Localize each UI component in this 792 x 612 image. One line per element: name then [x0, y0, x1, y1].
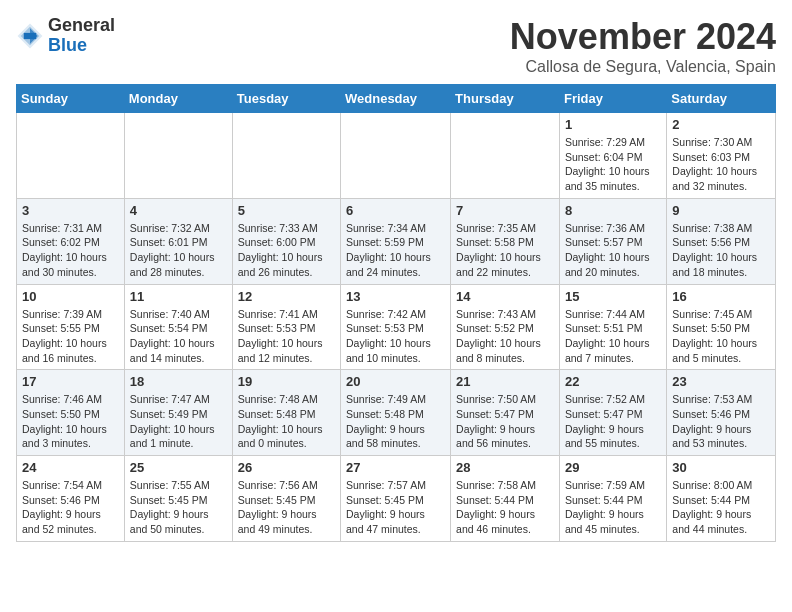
day-number: 27 — [346, 460, 445, 475]
day-number: 1 — [565, 117, 661, 132]
weekday-header-saturday: Saturday — [667, 85, 776, 113]
logo-general: General — [48, 16, 115, 36]
day-info: Sunrise: 7:57 AMSunset: 5:45 PMDaylight:… — [346, 478, 445, 537]
logo-text: General Blue — [48, 16, 115, 56]
day-info: Sunrise: 7:53 AMSunset: 5:46 PMDaylight:… — [672, 392, 770, 451]
day-number: 17 — [22, 374, 119, 389]
day-number: 21 — [456, 374, 554, 389]
calendar-cell: 23Sunrise: 7:53 AMSunset: 5:46 PMDayligh… — [667, 370, 776, 456]
day-number: 16 — [672, 289, 770, 304]
day-number: 13 — [346, 289, 445, 304]
calendar-cell: 8Sunrise: 7:36 AMSunset: 5:57 PMDaylight… — [559, 198, 666, 284]
day-info: Sunrise: 7:31 AMSunset: 6:02 PMDaylight:… — [22, 221, 119, 280]
day-number: 25 — [130, 460, 227, 475]
page-header: General Blue November 2024 Callosa de Se… — [16, 16, 776, 76]
weekday-header-wednesday: Wednesday — [341, 85, 451, 113]
calendar-cell: 5Sunrise: 7:33 AMSunset: 6:00 PMDaylight… — [232, 198, 340, 284]
day-number: 18 — [130, 374, 227, 389]
calendar-cell: 27Sunrise: 7:57 AMSunset: 5:45 PMDayligh… — [341, 456, 451, 542]
calendar-cell: 20Sunrise: 7:49 AMSunset: 5:48 PMDayligh… — [341, 370, 451, 456]
day-info: Sunrise: 8:00 AMSunset: 5:44 PMDaylight:… — [672, 478, 770, 537]
calendar-cell — [232, 113, 340, 199]
title-block: November 2024 Callosa de Segura, Valenci… — [510, 16, 776, 76]
day-info: Sunrise: 7:50 AMSunset: 5:47 PMDaylight:… — [456, 392, 554, 451]
day-info: Sunrise: 7:54 AMSunset: 5:46 PMDaylight:… — [22, 478, 119, 537]
day-info: Sunrise: 7:41 AMSunset: 5:53 PMDaylight:… — [238, 307, 335, 366]
logo: General Blue — [16, 16, 115, 56]
day-info: Sunrise: 7:43 AMSunset: 5:52 PMDaylight:… — [456, 307, 554, 366]
day-number: 14 — [456, 289, 554, 304]
weekday-header-friday: Friday — [559, 85, 666, 113]
day-number: 5 — [238, 203, 335, 218]
calendar-body: 1Sunrise: 7:29 AMSunset: 6:04 PMDaylight… — [17, 113, 776, 542]
day-number: 19 — [238, 374, 335, 389]
day-number: 8 — [565, 203, 661, 218]
calendar-cell: 2Sunrise: 7:30 AMSunset: 6:03 PMDaylight… — [667, 113, 776, 199]
calendar-cell: 16Sunrise: 7:45 AMSunset: 5:50 PMDayligh… — [667, 284, 776, 370]
calendar-cell: 25Sunrise: 7:55 AMSunset: 5:45 PMDayligh… — [124, 456, 232, 542]
calendar-cell: 1Sunrise: 7:29 AMSunset: 6:04 PMDaylight… — [559, 113, 666, 199]
month-title: November 2024 — [510, 16, 776, 58]
day-number: 4 — [130, 203, 227, 218]
day-info: Sunrise: 7:49 AMSunset: 5:48 PMDaylight:… — [346, 392, 445, 451]
day-number: 15 — [565, 289, 661, 304]
calendar-cell — [17, 113, 125, 199]
calendar-cell — [124, 113, 232, 199]
location: Callosa de Segura, Valencia, Spain — [510, 58, 776, 76]
day-number: 7 — [456, 203, 554, 218]
calendar-cell: 28Sunrise: 7:58 AMSunset: 5:44 PMDayligh… — [451, 456, 560, 542]
calendar-cell — [451, 113, 560, 199]
day-info: Sunrise: 7:38 AMSunset: 5:56 PMDaylight:… — [672, 221, 770, 280]
calendar-cell: 6Sunrise: 7:34 AMSunset: 5:59 PMDaylight… — [341, 198, 451, 284]
calendar-cell: 15Sunrise: 7:44 AMSunset: 5:51 PMDayligh… — [559, 284, 666, 370]
day-info: Sunrise: 7:39 AMSunset: 5:55 PMDaylight:… — [22, 307, 119, 366]
day-info: Sunrise: 7:36 AMSunset: 5:57 PMDaylight:… — [565, 221, 661, 280]
day-info: Sunrise: 7:40 AMSunset: 5:54 PMDaylight:… — [130, 307, 227, 366]
day-info: Sunrise: 7:46 AMSunset: 5:50 PMDaylight:… — [22, 392, 119, 451]
calendar-cell: 11Sunrise: 7:40 AMSunset: 5:54 PMDayligh… — [124, 284, 232, 370]
day-info: Sunrise: 7:44 AMSunset: 5:51 PMDaylight:… — [565, 307, 661, 366]
day-number: 2 — [672, 117, 770, 132]
day-info: Sunrise: 7:42 AMSunset: 5:53 PMDaylight:… — [346, 307, 445, 366]
weekday-header-thursday: Thursday — [451, 85, 560, 113]
day-number: 6 — [346, 203, 445, 218]
day-number: 30 — [672, 460, 770, 475]
day-number: 24 — [22, 460, 119, 475]
day-info: Sunrise: 7:48 AMSunset: 5:48 PMDaylight:… — [238, 392, 335, 451]
calendar-week-1: 3Sunrise: 7:31 AMSunset: 6:02 PMDaylight… — [17, 198, 776, 284]
calendar-cell: 21Sunrise: 7:50 AMSunset: 5:47 PMDayligh… — [451, 370, 560, 456]
day-number: 3 — [22, 203, 119, 218]
day-info: Sunrise: 7:30 AMSunset: 6:03 PMDaylight:… — [672, 135, 770, 194]
day-number: 9 — [672, 203, 770, 218]
day-info: Sunrise: 7:55 AMSunset: 5:45 PMDaylight:… — [130, 478, 227, 537]
calendar-cell: 24Sunrise: 7:54 AMSunset: 5:46 PMDayligh… — [17, 456, 125, 542]
calendar-cell: 29Sunrise: 7:59 AMSunset: 5:44 PMDayligh… — [559, 456, 666, 542]
calendar-week-3: 17Sunrise: 7:46 AMSunset: 5:50 PMDayligh… — [17, 370, 776, 456]
day-info: Sunrise: 7:35 AMSunset: 5:58 PMDaylight:… — [456, 221, 554, 280]
weekday-header-tuesday: Tuesday — [232, 85, 340, 113]
day-number: 22 — [565, 374, 661, 389]
calendar-cell: 9Sunrise: 7:38 AMSunset: 5:56 PMDaylight… — [667, 198, 776, 284]
weekday-header-sunday: Sunday — [17, 85, 125, 113]
day-info: Sunrise: 7:56 AMSunset: 5:45 PMDaylight:… — [238, 478, 335, 537]
calendar-cell: 22Sunrise: 7:52 AMSunset: 5:47 PMDayligh… — [559, 370, 666, 456]
calendar-table: SundayMondayTuesdayWednesdayThursdayFrid… — [16, 84, 776, 542]
calendar-cell: 17Sunrise: 7:46 AMSunset: 5:50 PMDayligh… — [17, 370, 125, 456]
logo-blue: Blue — [48, 36, 115, 56]
calendar-cell: 13Sunrise: 7:42 AMSunset: 5:53 PMDayligh… — [341, 284, 451, 370]
day-number: 26 — [238, 460, 335, 475]
calendar-week-0: 1Sunrise: 7:29 AMSunset: 6:04 PMDaylight… — [17, 113, 776, 199]
calendar-week-2: 10Sunrise: 7:39 AMSunset: 5:55 PMDayligh… — [17, 284, 776, 370]
day-info: Sunrise: 7:29 AMSunset: 6:04 PMDaylight:… — [565, 135, 661, 194]
day-info: Sunrise: 7:58 AMSunset: 5:44 PMDaylight:… — [456, 478, 554, 537]
day-number: 10 — [22, 289, 119, 304]
calendar-cell: 14Sunrise: 7:43 AMSunset: 5:52 PMDayligh… — [451, 284, 560, 370]
calendar-cell: 3Sunrise: 7:31 AMSunset: 6:02 PMDaylight… — [17, 198, 125, 284]
logo-icon — [16, 22, 44, 50]
calendar-cell: 4Sunrise: 7:32 AMSunset: 6:01 PMDaylight… — [124, 198, 232, 284]
calendar-header-row: SundayMondayTuesdayWednesdayThursdayFrid… — [17, 85, 776, 113]
calendar-cell: 30Sunrise: 8:00 AMSunset: 5:44 PMDayligh… — [667, 456, 776, 542]
calendar-cell: 12Sunrise: 7:41 AMSunset: 5:53 PMDayligh… — [232, 284, 340, 370]
calendar-week-4: 24Sunrise: 7:54 AMSunset: 5:46 PMDayligh… — [17, 456, 776, 542]
day-info: Sunrise: 7:33 AMSunset: 6:00 PMDaylight:… — [238, 221, 335, 280]
